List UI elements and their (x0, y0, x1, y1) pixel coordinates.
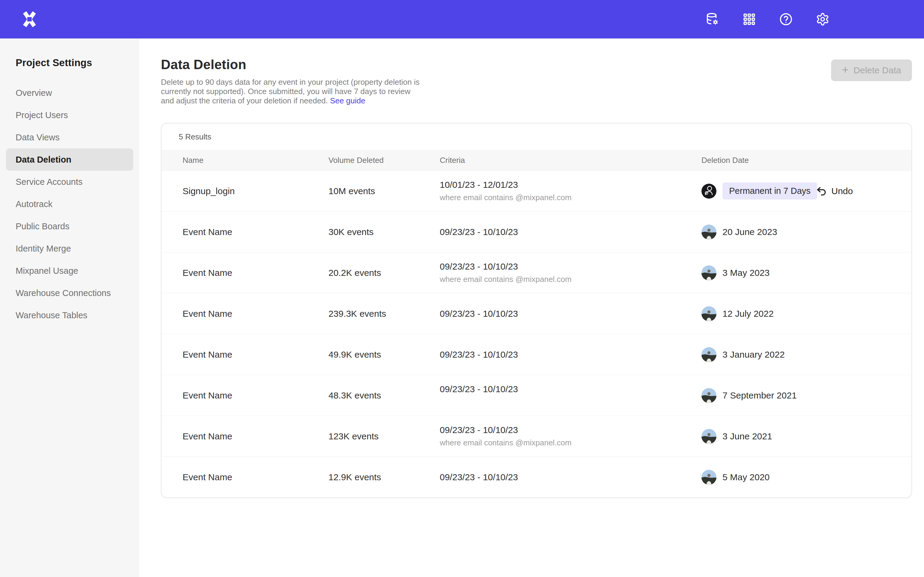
column-header-criteria: Criteria (440, 156, 701, 165)
sidebar-item-project-users[interactable]: Project Users (6, 104, 133, 126)
see-guide-link[interactable]: See guide (330, 96, 365, 105)
cell-volume: 30K events (328, 227, 440, 237)
sidebar-item-warehouse-tables[interactable]: Warehouse Tables (6, 304, 133, 326)
criteria-range: 10/01/23 - 12/01/23 (440, 180, 701, 190)
table-row: Event Name 12.9K events 09/23/23 - 10/10… (162, 456, 911, 497)
sidebar-item-public-boards[interactable]: Public Boards (6, 215, 133, 237)
table-row: Signup_login 10M events 10/01/23 - 12/01… (162, 171, 911, 211)
cell-name: Event Name (183, 472, 328, 482)
cell-name: Event Name (183, 390, 328, 401)
main-content: Data Deletion Delete up to 90 days data … (139, 39, 924, 577)
cell-deletion-date: 3 May 2023 (701, 265, 816, 280)
sidebar-item-data-views[interactable]: Data Views (6, 126, 133, 148)
criteria-subtext: where email contains @mixpanel.com (440, 438, 701, 448)
sidebar-item-data-deletion[interactable]: Data Deletion (6, 148, 133, 171)
cell-volume: 20.2K events (328, 268, 440, 278)
deletion-requests-table: 5 Results Name Volume Deleted Criteria D… (161, 123, 912, 498)
database-settings-icon[interactable] (706, 12, 719, 26)
settings-gear-icon[interactable] (816, 12, 830, 26)
delete-data-button-label: Delete Data (854, 65, 901, 76)
user-avatar (701, 265, 716, 280)
criteria-range: 09/23/23 - 10/10/23 (440, 472, 701, 482)
cell-name: Event Name (183, 227, 328, 237)
column-header-name: Name (183, 156, 328, 165)
column-header-volume-deleted: Volume Deleted (328, 156, 440, 165)
table-row: Event Name 239.3K events 09/23/23 - 10/1… (162, 293, 911, 334)
cell-criteria: 09/23/23 - 10/10/23 where email contains… (440, 425, 701, 448)
topbar (0, 0, 924, 39)
help-icon[interactable] (779, 12, 793, 26)
apps-grid-icon[interactable] (742, 12, 756, 26)
cell-volume: 49.9K events (328, 350, 440, 360)
user-avatar (701, 306, 716, 321)
table-row: Event Name 123K events 09/23/23 - 10/10/… (162, 416, 911, 456)
sidebar-title: Project Settings (0, 57, 139, 69)
sidebar-item-service-accounts[interactable]: Service Accounts (6, 171, 133, 193)
undo-icon (816, 185, 827, 197)
plus-icon: + (842, 64, 848, 76)
cell-deletion-date: 3 June 2021 (701, 429, 816, 444)
sidebar-item-mixpanel-usage[interactable]: Mixpanel Usage (6, 259, 133, 282)
cell-deletion-date: Permanent in 7 Days (701, 182, 816, 200)
cell-name: Event Name (183, 268, 328, 278)
user-avatar (701, 224, 716, 240)
cell-criteria: 09/23/23 - 10/10/23 (440, 227, 701, 237)
cell-criteria: 09/23/23 - 10/10/23 where email contains… (440, 261, 701, 284)
deletion-date-text: 3 June 2021 (722, 431, 772, 442)
cell-volume: 10M events (328, 186, 440, 196)
criteria-range: 09/23/23 - 10/10/23 (440, 384, 701, 394)
topbar-icon-group (706, 12, 924, 26)
cell-name: Event Name (183, 431, 328, 442)
page-description-text: Delete up to 90 days data for any event … (161, 77, 420, 105)
delete-data-button[interactable]: + Delete Data (831, 60, 912, 81)
cell-deletion-date: 12 July 2022 (701, 306, 816, 321)
sidebar-item-warehouse-connections[interactable]: Warehouse Connections (6, 282, 133, 304)
user-avatar (701, 388, 716, 403)
table-row: Event Name 49.9K events 09/23/23 - 10/10… (162, 334, 911, 375)
cell-name: Signup_login (183, 186, 328, 196)
cell-name: Event Name (183, 309, 328, 319)
results-count: 5 Results (162, 124, 911, 150)
cell-deletion-date: 7 September 2021 (701, 388, 816, 403)
deletion-date-text: 3 May 2023 (722, 268, 770, 278)
cell-criteria: 09/23/23 - 10/10/23 (440, 384, 701, 406)
user-avatar (701, 429, 716, 444)
user-avatar (701, 347, 716, 362)
deletion-date-text: 7 September 2021 (722, 390, 797, 401)
sidebar-item-overview[interactable]: Overview (6, 82, 133, 104)
mixpanel-logo-icon[interactable] (19, 8, 40, 30)
cell-criteria: 09/23/23 - 10/10/23 (440, 350, 701, 360)
cell-criteria: 10/01/23 - 12/01/23 where email contains… (440, 180, 701, 202)
cell-criteria: 09/23/23 - 10/10/23 (440, 309, 701, 319)
cell-deletion-date: 20 June 2023 (701, 224, 816, 240)
criteria-subtext (440, 397, 701, 406)
criteria-range: 09/23/23 - 10/10/23 (440, 227, 701, 237)
cell-deletion-date: 5 May 2020 (701, 470, 816, 485)
cell-criteria: 09/23/23 - 10/10/23 (440, 472, 701, 482)
deletion-date-text: 3 January 2022 (722, 350, 785, 360)
undo-button[interactable]: Undo (816, 185, 911, 197)
cell-deletion-date: 3 January 2022 (701, 347, 816, 362)
project-settings-sidebar: Project Settings Overview Project Users … (0, 39, 139, 577)
criteria-range: 09/23/23 - 10/10/23 (440, 350, 701, 360)
criteria-range: 09/23/23 - 10/10/23 (440, 261, 701, 272)
sidebar-item-autotrack[interactable]: Autotrack (6, 193, 133, 215)
table-row: Event Name 20.2K events 09/23/23 - 10/10… (162, 252, 911, 293)
deletion-date-text: 20 June 2023 (722, 227, 777, 237)
page-title: Data Deletion (161, 57, 426, 72)
table-row: Event Name 48.3K events 09/23/23 - 10/10… (162, 375, 911, 416)
cell-volume: 48.3K events (328, 390, 440, 401)
column-header-deletion-date: Deletion Date (701, 156, 816, 165)
table-header-row: Name Volume Deleted Criteria Deletion Da… (162, 150, 911, 171)
page-description: Delete up to 90 days data for any event … (161, 77, 426, 105)
undo-label: Undo (831, 186, 853, 196)
deletion-date-text: 5 May 2020 (722, 472, 770, 482)
sidebar-item-identity-merge[interactable]: Identity Merge (6, 237, 133, 259)
criteria-range: 09/23/23 - 10/10/23 (440, 425, 701, 435)
table-row: Event Name 30K events 09/23/23 - 10/10/2… (162, 211, 911, 252)
criteria-range: 09/23/23 - 10/10/23 (440, 309, 701, 319)
cell-volume: 123K events (328, 431, 440, 442)
user-avatar (701, 184, 716, 199)
user-avatar (701, 470, 716, 485)
criteria-subtext: where email contains @mixpanel.com (440, 275, 701, 284)
